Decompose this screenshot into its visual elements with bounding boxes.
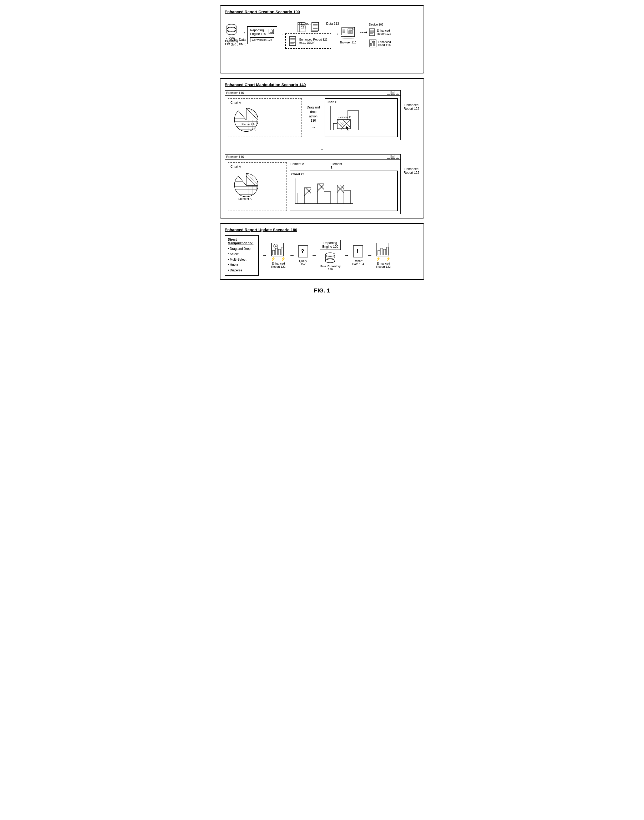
report-doc-icon — [289, 36, 297, 46]
direct-manip-title: Direct Manipulation 150 — [228, 238, 256, 245]
svg-line-61 — [249, 106, 262, 119]
down-arrow: ↓ — [225, 144, 419, 151]
s3-arrow3: → — [311, 252, 317, 258]
fig-label: FIG. 1 — [314, 287, 330, 294]
minimize-btn2[interactable]: _ — [387, 155, 390, 159]
scenario1-box: Enhanced Report Creation Scenario 100 La… — [220, 5, 424, 74]
s2-chart-a-bottom-region: Chart A — [228, 162, 287, 211]
s2-browser-top-titlebar: Browser 110 _ □ × — [225, 91, 400, 95]
svg-rect-1 — [227, 26, 236, 33]
lightning-left: ⚡ — [270, 256, 276, 261]
scenario3-box: Enhanced Report Update Scenario 180 Dire… — [220, 223, 424, 280]
drag-drop-text: Drag and drop action 130 — [307, 105, 320, 123]
reporting-engine-block: Reporting Engine 120 Conversion 124 — [247, 26, 277, 44]
s2-top-browser-controls: _ □ × — [387, 91, 399, 95]
s2-browser-bottom-label: Browser 110 — [226, 155, 244, 159]
s3-content: Direct Manipulation 150 • Drag and Drop … — [225, 235, 419, 276]
dashed-arrow-icon — [360, 28, 368, 36]
svg-rect-7 — [270, 30, 273, 33]
chart-b-label: Chart B — [327, 100, 396, 104]
minimize-btn[interactable]: _ — [387, 91, 390, 95]
direct-manip-list: • Drag and Drop • Select • Multi-Select … — [228, 246, 256, 273]
chart-b-bar: Element B — [327, 105, 369, 134]
chart-c-label: Chart C — [291, 172, 396, 176]
s2-browser-top-label: Browser 110 — [226, 91, 244, 95]
s3-engine-block: Reporting Engine 120 Data Repository 156 — [320, 240, 341, 271]
svg-rect-34 — [344, 37, 352, 38]
svg-point-4 — [227, 31, 236, 35]
dashed-middle-region: Enhanced Report 122 (e.g., JSON) — [285, 22, 331, 49]
element-a-pie-bottom-label: Element A — [238, 197, 252, 200]
svg-point-13 — [298, 23, 300, 24]
s3-enhanced-report2-label: Enhanced Report 122 — [376, 262, 390, 268]
svg-line-91 — [241, 171, 259, 189]
svg-rect-127 — [324, 192, 331, 203]
s3-report-data-block: ! Report Data 154 — [352, 245, 364, 266]
svg-rect-110 — [298, 193, 304, 203]
enhanced-report-dashed: Enhanced Report 122 (e.g., JSON) — [285, 34, 331, 49]
s2-bottom-row: Browser 110 _ □ × Chart A — [225, 154, 419, 214]
svg-rect-18 — [312, 22, 319, 31]
s3-report-chart-icon2: ⚡ ⚡ — [376, 243, 391, 261]
s2-top-row: Browser 110 _ □ × Chart A — [225, 90, 419, 140]
svg-rect-10 — [298, 22, 305, 32]
s3-arrow1: → — [262, 252, 267, 258]
s3-enhanced-report1-label: Enhanced Report 122 — [271, 262, 285, 268]
report-data-label: Report Data 154 — [352, 259, 364, 266]
element-a-label-pie: Element A — [241, 123, 255, 126]
s3-enhanced-report2: ⚡ ⚡ Enhanced Report 122 — [376, 243, 391, 268]
s3-query-block: ? Query 152 — [298, 245, 308, 266]
maximize-btn2[interactable]: □ — [391, 155, 395, 159]
svg-text:⚡: ⚡ — [376, 256, 381, 261]
arrow2: → — [279, 31, 284, 37]
s3-engine-label: Reporting Engine 120 — [320, 240, 341, 250]
s2-browser-bottom: Browser 110 _ □ × Chart A — [225, 154, 401, 214]
device-label: Device 102 — [369, 23, 383, 26]
device-block: Device 102 Enhanced Report 122 — [369, 23, 391, 48]
svg-rect-46 — [370, 29, 375, 35]
s2-bottom-browser-controls: _ □ × — [387, 155, 399, 159]
top-icons — [285, 22, 331, 32]
s2-browser-top: Browser 110 _ □ × Chart A — [225, 90, 401, 140]
arrow1: → — [241, 30, 246, 35]
chart-icon-device — [369, 39, 377, 48]
chart-c-box: Chart C — [290, 170, 398, 211]
close-btn2[interactable]: × — [396, 155, 399, 159]
manip-item-3: • Multi-Select — [228, 257, 256, 262]
s2-browser-top-content: Chart A — [225, 95, 400, 140]
svg-text:⊗: ⊗ — [274, 245, 277, 248]
svg-line-93 — [249, 171, 262, 184]
s3-database-icon — [324, 252, 336, 264]
svg-rect-148 — [325, 255, 335, 261]
svg-point-151 — [325, 259, 335, 263]
database-icon — [226, 24, 237, 35]
drag-arrow: → — [311, 124, 316, 130]
element-labels-row: Element A Element B — [290, 162, 398, 169]
manip-item-2: • Select — [228, 252, 256, 256]
manip-item-4: • Hover — [228, 262, 256, 267]
browser-block: × Browser 110 — [340, 26, 356, 44]
reporting-engine-label: Reporting Engine 120 — [250, 28, 266, 36]
device-enhanced-report: Enhanced Report 122 — [369, 28, 391, 36]
chart-a-pie: Element A — [230, 106, 262, 135]
maximize-btn[interactable]: □ — [391, 91, 395, 95]
svg-text:!: ! — [357, 248, 359, 254]
device-enhanced-chart: Enhanced Chart 116 — [369, 39, 391, 48]
conversion-box: Conversion 124 — [250, 37, 274, 42]
engine-icon — [268, 28, 274, 34]
svg-line-59 — [241, 106, 259, 124]
drag-drop-label: Drag and drop action 130 → — [305, 98, 322, 137]
chart-a-top-label: Chart A — [230, 101, 299, 104]
close-btn[interactable]: × — [396, 91, 399, 95]
svg-marker-45 — [366, 31, 367, 34]
scenario3-title: Enhanced Report Update Scenario 180 — [225, 227, 419, 232]
element-b-bar-label: Element B — [338, 115, 351, 119]
direct-manip-box: Direct Manipulation 150 • Drag and Drop … — [225, 235, 259, 276]
scenario1-title: Enhanced Report Creation Scenario 100 — [225, 9, 419, 14]
svg-text:?: ? — [301, 248, 304, 254]
element-b-label: Element B — [330, 162, 342, 169]
lightning-right: ⚡ — [281, 256, 286, 261]
manip-item-5: • Disperse — [228, 268, 256, 273]
query-doc-icon: ? — [298, 245, 308, 258]
svg-rect-129 — [337, 185, 344, 203]
